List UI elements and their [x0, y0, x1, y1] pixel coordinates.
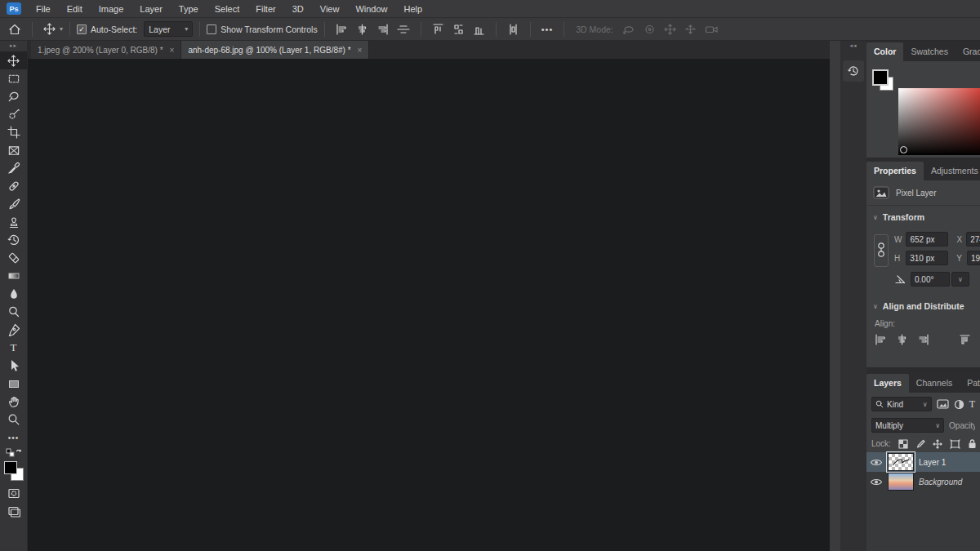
chevron-down-icon[interactable]: ∨ [873, 214, 878, 221]
filter-pixel-layers-icon[interactable] [937, 399, 949, 409]
spot-healing-brush-tool[interactable] [0, 177, 27, 195]
layer-name[interactable]: Layer 1 [919, 458, 946, 467]
menu-layer[interactable]: Layer [131, 4, 171, 14]
history-brush-tool[interactable] [0, 231, 27, 249]
blur-tool[interactable] [0, 285, 27, 303]
y-input[interactable]: 193 [967, 251, 980, 265]
layer-row-background[interactable]: Background [866, 472, 980, 491]
menu-help[interactable]: Help [396, 4, 431, 14]
gradient-tool[interactable] [0, 267, 27, 285]
foreground-background-colors[interactable] [872, 69, 893, 91]
visibility-eye-icon[interactable] [870, 478, 883, 487]
tab-color[interactable]: Color [866, 42, 903, 61]
chevron-down-icon[interactable]: ▾ [60, 25, 63, 33]
tab-swatches[interactable]: Swatches [903, 42, 956, 61]
distribute-vertical-centers-icon[interactable] [452, 24, 465, 35]
align-left-edges-icon[interactable] [875, 334, 887, 345]
foreground-background-colors[interactable] [4, 461, 24, 481]
color-picker-cursor[interactable] [900, 146, 907, 153]
close-icon[interactable]: × [170, 46, 175, 55]
distribute-bottom-edges-icon[interactable] [473, 24, 485, 35]
lock-transparency-icon[interactable] [898, 439, 908, 449]
canvas-workspace[interactable] [27, 59, 830, 551]
tab-channels[interactable]: Channels [909, 374, 960, 393]
constrain-proportions-icon[interactable] [874, 234, 889, 267]
more-options-icon[interactable]: ••• [541, 24, 554, 34]
toolbar-grip[interactable]: ▸▸ [0, 40, 27, 51]
lock-artboard-icon[interactable] [950, 439, 960, 449]
type-tool[interactable]: T [0, 339, 27, 357]
screen-mode-icon[interactable] [0, 502, 27, 520]
menu-select[interactable]: Select [207, 4, 248, 14]
crop-tool[interactable] [0, 123, 27, 141]
zoom-tool[interactable] [0, 411, 27, 429]
menu-image[interactable]: Image [91, 4, 132, 14]
align-vertical-centers-icon[interactable] [397, 24, 410, 35]
history-panel-icon[interactable] [843, 60, 864, 82]
lasso-tool[interactable] [0, 87, 27, 105]
distribute-horizontal-centers-icon[interactable] [507, 24, 519, 35]
panel-divider[interactable] [830, 40, 840, 551]
brush-tool[interactable] [0, 195, 27, 213]
rectangle-tool[interactable] [0, 375, 27, 393]
dodge-tool[interactable] [0, 303, 27, 321]
auto-select-dropdown[interactable]: Layer ▾ [144, 21, 193, 37]
chevron-down-icon[interactable]: ∨ [873, 303, 878, 310]
color-picker-field[interactable] [898, 88, 980, 155]
foreground-color-swatch[interactable] [872, 69, 889, 86]
width-input[interactable]: 652 px [906, 232, 948, 247]
pen-tool[interactable] [0, 321, 27, 339]
frame-tool[interactable] [0, 141, 27, 159]
x-input[interactable]: 274 [966, 232, 980, 247]
foreground-color-swatch[interactable] [4, 461, 17, 474]
tab-adjustments[interactable]: Adjustments [924, 162, 980, 180]
move-tool[interactable] [0, 51, 27, 69]
menu-type[interactable]: Type [171, 4, 207, 14]
rectangular-marquee-tool[interactable] [0, 69, 27, 87]
auto-select-checkbox[interactable]: ✓ [77, 24, 87, 34]
tab-layers[interactable]: Layers [866, 374, 909, 393]
layer-thumbnail[interactable] [888, 453, 914, 471]
eyedropper-tool[interactable] [0, 159, 27, 177]
tab-properties[interactable]: Properties [866, 162, 924, 180]
clone-stamp-tool[interactable] [0, 213, 27, 231]
collapse-dock-icon[interactable]: ◂◂ [840, 40, 866, 49]
align-left-edges-icon[interactable] [336, 24, 348, 35]
tab-gradients[interactable]: Gradients [956, 42, 980, 61]
rotation-presets-dropdown[interactable]: ∨ [951, 272, 969, 287]
menu-edit[interactable]: Edit [59, 4, 91, 14]
quick-mask-icon[interactable] [0, 484, 27, 502]
align-top-edges-icon[interactable] [959, 334, 971, 345]
document-tab-active[interactable]: anh-dep-68.jpg @ 100% (Layer 1, RGB/8#) … [181, 41, 369, 59]
swap-colors-icon[interactable] [6, 448, 22, 458]
align-horizontal-centers-icon[interactable] [356, 24, 368, 35]
menu-filter[interactable]: Filter [247, 4, 283, 14]
menu-file[interactable]: File [28, 4, 59, 14]
distribute-top-edges-icon[interactable] [432, 24, 444, 35]
filter-type-layers-icon[interactable]: T [969, 398, 975, 411]
height-input[interactable]: 310 px [906, 251, 948, 265]
align-horizontal-centers-icon[interactable] [896, 334, 908, 345]
layer-thumbnail[interactable] [888, 473, 914, 491]
align-right-edges-icon[interactable] [376, 24, 389, 35]
filter-adjustment-layers-icon[interactable] [954, 399, 964, 410]
lock-all-icon[interactable] [968, 438, 977, 449]
document-tab-inactive[interactable]: 1.jpeg @ 200% (Layer 0, RGB/8) * × [31, 41, 181, 59]
show-transform-checkbox[interactable] [207, 24, 216, 34]
menu-3d[interactable]: 3D [284, 4, 312, 14]
path-selection-tool[interactable] [0, 357, 27, 375]
layer-row-layer1[interactable]: Layer 1 [866, 452, 980, 472]
menu-window[interactable]: Window [347, 4, 395, 14]
rotation-input[interactable]: 0.00° [911, 272, 950, 287]
visibility-eye-icon[interactable] [870, 458, 883, 467]
menu-view[interactable]: View [312, 4, 348, 14]
close-icon[interactable]: × [358, 46, 363, 55]
edit-toolbar-icon[interactable]: ••• [0, 429, 27, 447]
move-tool-icon[interactable] [43, 23, 56, 35]
home-icon[interactable] [8, 23, 21, 36]
align-right-edges-icon[interactable] [917, 334, 929, 345]
layer-name[interactable]: Background [919, 478, 962, 487]
hand-tool[interactable] [0, 393, 27, 411]
blend-mode-dropdown[interactable]: Multiply ∨ [871, 418, 944, 433]
lock-pixels-icon[interactable] [915, 439, 925, 449]
